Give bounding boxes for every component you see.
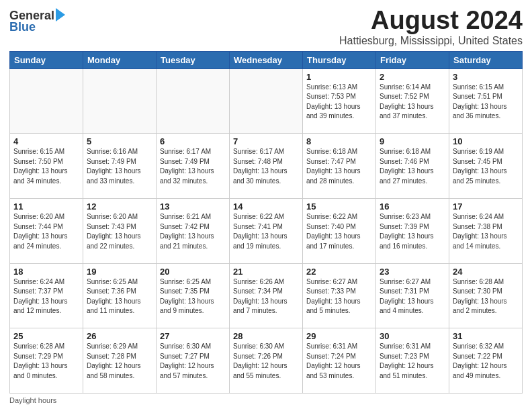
calendar-cell [83, 68, 157, 134]
day-info: Sunrise: 6:16 AM Sunset: 7:49 PM Dayligh… [87, 147, 152, 186]
day-info: Sunrise: 6:19 AM Sunset: 7:45 PM Dayligh… [453, 147, 519, 186]
col-header-monday: Monday [83, 51, 157, 68]
calendar-cell: 12Sunrise: 6:20 AM Sunset: 7:43 PM Dayli… [83, 199, 157, 264]
calendar-cell: 4Sunrise: 6:15 AM Sunset: 7:50 PM Daylig… [10, 134, 83, 199]
calendar-cell: 21Sunrise: 6:26 AM Sunset: 7:34 PM Dayli… [230, 263, 303, 328]
calendar-cell: 24Sunrise: 6:28 AM Sunset: 7:30 PM Dayli… [449, 263, 523, 328]
day-info: Sunrise: 6:25 AM Sunset: 7:35 PM Dayligh… [160, 277, 226, 316]
day-number: 19 [87, 267, 152, 277]
col-header-tuesday: Tuesday [157, 51, 230, 68]
day-number: 12 [87, 201, 152, 212]
calendar-cell: 29Sunrise: 6:31 AM Sunset: 7:24 PM Dayli… [303, 328, 376, 394]
calendar-cell [230, 68, 303, 134]
day-number: 17 [453, 201, 519, 212]
logo-arrow-icon [56, 8, 65, 21]
calendar-cell: 7Sunrise: 6:17 AM Sunset: 7:48 PM Daylig… [230, 134, 303, 199]
calendar-cell: 18Sunrise: 6:24 AM Sunset: 7:37 PM Dayli… [10, 263, 83, 328]
day-number: 3 [453, 72, 519, 82]
calendar-header-row: SundayMondayTuesdayWednesdayThursdayFrid… [10, 51, 523, 68]
calendar-cell: 19Sunrise: 6:25 AM Sunset: 7:36 PM Dayli… [83, 263, 157, 328]
day-info: Sunrise: 6:21 AM Sunset: 7:42 PM Dayligh… [160, 212, 226, 251]
footer-label: Daylight hours [9, 396, 56, 404]
day-info: Sunrise: 6:15 AM Sunset: 7:50 PM Dayligh… [13, 147, 79, 186]
day-number: 14 [233, 201, 299, 212]
calendar-cell: 26Sunrise: 6:29 AM Sunset: 7:28 PM Dayli… [83, 328, 157, 394]
day-number: 25 [13, 331, 79, 341]
subtitle: Hattiesburg, Mississippi, United States [339, 35, 523, 47]
day-info: Sunrise: 6:22 AM Sunset: 7:41 PM Dayligh… [233, 212, 299, 251]
calendar-cell: 1Sunrise: 6:13 AM Sunset: 7:53 PM Daylig… [303, 68, 376, 134]
day-info: Sunrise: 6:23 AM Sunset: 7:39 PM Dayligh… [380, 212, 445, 251]
day-number: 20 [160, 267, 226, 277]
day-number: 8 [306, 136, 372, 146]
day-info: Sunrise: 6:26 AM Sunset: 7:34 PM Dayligh… [233, 277, 299, 316]
calendar-table: SundayMondayTuesdayWednesdayThursdayFrid… [9, 51, 523, 394]
calendar-week-4: 18Sunrise: 6:24 AM Sunset: 7:37 PM Dayli… [10, 263, 523, 328]
day-number: 24 [453, 267, 519, 277]
day-info: Sunrise: 6:14 AM Sunset: 7:52 PM Dayligh… [380, 83, 445, 122]
calendar-cell: 23Sunrise: 6:27 AM Sunset: 7:31 PM Dayli… [376, 263, 449, 328]
calendar-cell: 6Sunrise: 6:17 AM Sunset: 7:49 PM Daylig… [157, 134, 230, 199]
day-number: 7 [233, 136, 299, 146]
title-block: August 2024 Hattiesburg, Mississippi, Un… [339, 7, 523, 47]
day-info: Sunrise: 6:31 AM Sunset: 7:24 PM Dayligh… [306, 342, 372, 381]
day-info: Sunrise: 6:32 AM Sunset: 7:22 PM Dayligh… [453, 342, 519, 381]
day-number: 26 [87, 331, 152, 341]
col-header-wednesday: Wednesday [230, 51, 303, 68]
day-info: Sunrise: 6:28 AM Sunset: 7:30 PM Dayligh… [453, 277, 519, 316]
logo: General Blue [9, 9, 65, 34]
page: General Blue August 2024 Hattiesburg, Mi… [0, 0, 532, 411]
calendar-cell: 13Sunrise: 6:21 AM Sunset: 7:42 PM Dayli… [157, 199, 230, 264]
header: General Blue August 2024 Hattiesburg, Mi… [9, 7, 523, 47]
day-number: 31 [453, 331, 519, 341]
day-info: Sunrise: 6:17 AM Sunset: 7:49 PM Dayligh… [160, 147, 226, 186]
day-info: Sunrise: 6:27 AM Sunset: 7:33 PM Dayligh… [306, 277, 372, 316]
calendar-cell: 14Sunrise: 6:22 AM Sunset: 7:41 PM Dayli… [230, 199, 303, 264]
day-info: Sunrise: 6:25 AM Sunset: 7:36 PM Dayligh… [87, 277, 152, 316]
col-header-friday: Friday [376, 51, 449, 68]
day-number: 13 [160, 201, 226, 212]
day-number: 29 [306, 331, 372, 341]
calendar-cell: 28Sunrise: 6:30 AM Sunset: 7:26 PM Dayli… [230, 328, 303, 394]
day-number: 27 [160, 331, 226, 341]
day-info: Sunrise: 6:17 AM Sunset: 7:48 PM Dayligh… [233, 147, 299, 186]
day-number: 28 [233, 331, 299, 341]
day-number: 9 [380, 136, 445, 146]
calendar-cell: 20Sunrise: 6:25 AM Sunset: 7:35 PM Dayli… [157, 263, 230, 328]
calendar-cell: 3Sunrise: 6:15 AM Sunset: 7:51 PM Daylig… [449, 68, 523, 134]
day-number: 11 [13, 201, 79, 212]
day-info: Sunrise: 6:13 AM Sunset: 7:53 PM Dayligh… [306, 83, 372, 122]
day-number: 5 [87, 136, 152, 146]
col-header-saturday: Saturday [449, 51, 523, 68]
calendar-cell: 5Sunrise: 6:16 AM Sunset: 7:49 PM Daylig… [83, 134, 157, 199]
day-number: 30 [380, 331, 445, 341]
calendar-cell: 2Sunrise: 6:14 AM Sunset: 7:52 PM Daylig… [376, 68, 449, 134]
calendar-week-2: 4Sunrise: 6:15 AM Sunset: 7:50 PM Daylig… [10, 134, 523, 199]
day-info: Sunrise: 6:22 AM Sunset: 7:40 PM Dayligh… [306, 212, 372, 251]
calendar-cell: 31Sunrise: 6:32 AM Sunset: 7:22 PM Dayli… [449, 328, 523, 394]
calendar-cell: 11Sunrise: 6:20 AM Sunset: 7:44 PM Dayli… [10, 199, 83, 264]
day-info: Sunrise: 6:24 AM Sunset: 7:38 PM Dayligh… [453, 212, 519, 251]
day-number: 2 [380, 72, 445, 82]
day-number: 15 [306, 201, 372, 212]
day-number: 1 [306, 72, 372, 82]
col-header-sunday: Sunday [10, 51, 83, 68]
day-number: 10 [453, 136, 519, 146]
main-title: August 2024 [339, 7, 523, 35]
calendar-cell [10, 68, 83, 134]
calendar-cell [157, 68, 230, 134]
day-number: 21 [233, 267, 299, 277]
calendar-cell: 27Sunrise: 6:30 AM Sunset: 7:27 PM Dayli… [157, 328, 230, 394]
footer: Daylight hours [9, 396, 523, 404]
day-info: Sunrise: 6:20 AM Sunset: 7:43 PM Dayligh… [87, 212, 152, 251]
day-info: Sunrise: 6:18 AM Sunset: 7:47 PM Dayligh… [306, 147, 372, 186]
calendar-cell: 16Sunrise: 6:23 AM Sunset: 7:39 PM Dayli… [376, 199, 449, 264]
day-number: 23 [380, 267, 445, 277]
day-info: Sunrise: 6:27 AM Sunset: 7:31 PM Dayligh… [380, 277, 445, 316]
calendar-cell: 8Sunrise: 6:18 AM Sunset: 7:47 PM Daylig… [303, 134, 376, 199]
calendar-cell: 15Sunrise: 6:22 AM Sunset: 7:40 PM Dayli… [303, 199, 376, 264]
calendar-week-5: 25Sunrise: 6:28 AM Sunset: 7:29 PM Dayli… [10, 328, 523, 394]
calendar-cell: 10Sunrise: 6:19 AM Sunset: 7:45 PM Dayli… [449, 134, 523, 199]
calendar-cell: 30Sunrise: 6:31 AM Sunset: 7:23 PM Dayli… [376, 328, 449, 394]
day-number: 6 [160, 136, 226, 146]
